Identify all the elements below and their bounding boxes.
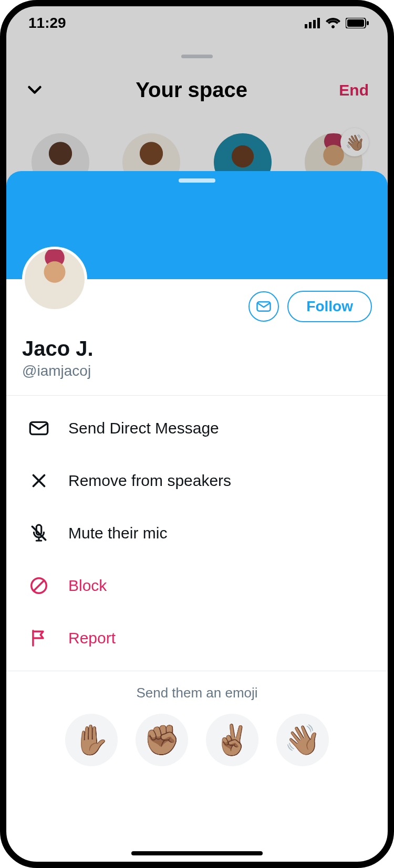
menu-label: Remove from speakers xyxy=(68,472,231,490)
profile-sheet: Follow Jaco J. @iamjacoj Send Direct Mes… xyxy=(6,171,388,862)
envelope-icon xyxy=(27,417,50,440)
menu-item-remove[interactable]: Remove from speakers xyxy=(6,454,388,507)
display-name: Jaco J. xyxy=(22,337,372,361)
menu-item-mute[interactable]: Mute their mic xyxy=(6,507,388,559)
emoji-label: Send them an emoji xyxy=(6,685,388,701)
envelope-icon xyxy=(256,299,272,314)
emoji-button-hand[interactable]: ✋🏽 xyxy=(65,714,118,766)
emoji-button-wave[interactable]: 👋🏽 xyxy=(276,714,329,766)
dm-button[interactable] xyxy=(248,291,279,322)
menu-label: Send Direct Message xyxy=(68,419,219,437)
menu-item-dm[interactable]: Send Direct Message xyxy=(6,402,388,454)
menu-item-report[interactable]: Report xyxy=(6,612,388,664)
follow-button[interactable]: Follow xyxy=(287,291,372,322)
mic-off-icon xyxy=(27,522,50,545)
user-handle: @iamjacoj xyxy=(22,363,372,379)
menu-item-block[interactable]: Block xyxy=(6,559,388,612)
grabber-icon[interactable] xyxy=(179,178,215,183)
menu-label: Report xyxy=(68,629,116,647)
emoji-button-peace[interactable]: ✌🏽 xyxy=(206,714,258,766)
menu-label: Mute their mic xyxy=(68,524,167,542)
profile-avatar[interactable] xyxy=(22,247,87,312)
block-icon xyxy=(27,574,50,597)
emoji-section: Send them an emoji ✋🏽 ✊🏽 ✌🏽 👋🏽 xyxy=(6,671,388,771)
emoji-button-fist[interactable]: ✊🏽 xyxy=(136,714,188,766)
action-menu: Send Direct Message Remove from speakers… xyxy=(6,396,388,671)
menu-label: Block xyxy=(68,577,107,595)
flag-icon xyxy=(27,627,50,650)
x-icon xyxy=(27,469,50,492)
home-indicator[interactable] xyxy=(131,851,263,855)
